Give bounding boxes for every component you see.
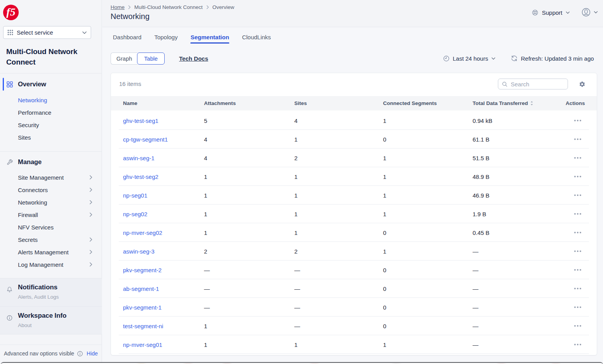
total-data-cell: — xyxy=(473,248,566,255)
table-row: ghv-test-seg15410.94 kB xyxy=(111,111,597,130)
connected-segments-cell: 0 xyxy=(383,304,473,311)
segment-name-link[interactable]: ghv-test-seg2 xyxy=(123,173,204,180)
segment-name-link[interactable]: ab-segment-1 xyxy=(123,285,204,292)
attachments-cell: 1 xyxy=(204,173,294,180)
hide-link[interactable]: Hide xyxy=(87,350,98,357)
breadcrumb-overview[interactable]: Overview xyxy=(213,4,234,10)
search-input[interactable] xyxy=(511,81,564,88)
row-actions-menu-icon[interactable] xyxy=(574,248,581,254)
row-actions-menu-icon[interactable] xyxy=(574,155,581,161)
tab-bar: DashboardTopologySegmentationCloudLinks xyxy=(113,34,271,44)
sites-cell: 1 xyxy=(294,229,383,236)
sidebar-section-manage[interactable]: Manage xyxy=(0,156,102,168)
attachments-cell: 1 xyxy=(204,211,294,217)
attachments-cell: 2 xyxy=(204,248,294,255)
actions-cell xyxy=(566,229,581,236)
sidebar-divider xyxy=(0,334,102,334)
row-actions-menu-icon[interactable] xyxy=(574,304,581,310)
row-actions-menu-icon[interactable] xyxy=(574,229,581,236)
tab-topology[interactable]: Topology xyxy=(154,34,178,44)
chevron-right-icon xyxy=(90,212,92,217)
sidebar-item-site-management[interactable]: Site Management xyxy=(0,171,102,184)
gear-icon[interactable] xyxy=(579,81,585,88)
segment-name-link[interactable]: aswin-seg-1 xyxy=(123,155,204,161)
row-actions-menu-icon[interactable] xyxy=(574,323,581,329)
breadcrumb: Home Multi-Cloud Network Connect Overvie… xyxy=(111,4,234,10)
sidebar-item-alerts-management[interactable]: Alerts Management xyxy=(0,246,102,258)
sidebar-shortcut-notifications[interactable]: NotificationsAlerts, Audit Logs xyxy=(0,278,102,306)
sidebar-item-networking[interactable]: Networking xyxy=(0,196,102,208)
svg-text:f5: f5 xyxy=(6,6,15,18)
support-menu[interactable]: Support xyxy=(532,9,570,16)
attachments-cell: — xyxy=(204,304,294,311)
table-row: cp-tgw-segment141061.1 B xyxy=(111,130,597,149)
total-data-cell: 0.45 B xyxy=(473,229,566,236)
row-actions-menu-icon[interactable] xyxy=(574,192,581,198)
total-data-cell: 0.94 kB xyxy=(473,117,566,124)
sidebar-item-nfv-services[interactable]: NFV Services xyxy=(0,221,102,233)
table-toggle-button[interactable]: Table xyxy=(137,52,165,65)
sidebar-item-secrets[interactable]: Secrets xyxy=(0,233,102,246)
workspace-title: Multi-Cloud Network Connect xyxy=(6,46,90,67)
sidebar-item-security[interactable]: Security xyxy=(0,119,102,131)
row-actions-menu-icon[interactable] xyxy=(574,211,581,217)
sites-cell: — xyxy=(294,304,383,311)
tech-docs-link[interactable]: Tech Docs xyxy=(179,55,208,62)
sidebar-item-sites[interactable]: Sites xyxy=(0,131,102,144)
attachments-cell: 1 xyxy=(204,341,294,348)
connected-segments-cell: 1 xyxy=(383,117,473,124)
refresh-button[interactable]: Refresh: Updated 3 min ago xyxy=(511,55,594,62)
wrench-icon xyxy=(7,159,13,165)
column-header-attachments[interactable]: Attachments xyxy=(204,100,294,106)
segment-name-link[interactable]: np-mver-seg01 xyxy=(123,341,204,348)
sidebar-section-overview[interactable]: Overview xyxy=(0,78,102,91)
total-data-cell: — xyxy=(473,323,566,329)
sidebar-item-firewall[interactable]: Firewall xyxy=(0,208,102,221)
tab-cloudlinks[interactable]: CloudLinks xyxy=(242,34,271,44)
sort-icon[interactable] xyxy=(530,101,533,106)
column-header-sites[interactable]: Sites xyxy=(294,100,383,106)
segment-name-link[interactable]: np-mver-seg02 xyxy=(123,229,204,236)
segment-name-link[interactable]: pkv-segment-1 xyxy=(123,304,204,311)
sidebar-shortcut-workspace-info[interactable]: Workspace InfoAbout xyxy=(0,306,102,334)
row-actions-menu-icon[interactable] xyxy=(574,341,581,348)
segment-name-link[interactable]: ghv-test-seg1 xyxy=(123,117,204,124)
row-actions-menu-icon[interactable] xyxy=(574,117,581,124)
segment-name-link[interactable]: aswin-seg-3 xyxy=(123,248,204,255)
sites-cell: 4 xyxy=(294,117,383,124)
sites-cell: 1 xyxy=(294,173,383,180)
chevron-down-icon xyxy=(82,31,87,34)
table-row: aswin-seg-142151.5 B xyxy=(111,149,597,167)
row-actions-menu-icon[interactable] xyxy=(574,136,581,142)
f5-logo[interactable]: f5 xyxy=(3,5,19,20)
row-actions-menu-icon[interactable] xyxy=(574,173,581,180)
segment-name-link[interactable]: cp-tgw-segment1 xyxy=(123,136,204,143)
tab-segmentation[interactable]: Segmentation xyxy=(190,34,229,44)
row-actions-menu-icon[interactable] xyxy=(574,267,581,273)
sidebar-item-networking[interactable]: Networking xyxy=(0,94,102,106)
time-range-dropdown[interactable]: Last 24 hours xyxy=(443,55,496,62)
graph-toggle-button[interactable]: Graph xyxy=(111,52,137,65)
segment-name-link[interactable]: np-seg02 xyxy=(123,211,204,217)
breadcrumb-service[interactable]: Multi-Cloud Network Connect xyxy=(134,4,203,10)
segment-name-link[interactable]: pkv-segment-2 xyxy=(123,267,204,273)
chevron-right-icon xyxy=(90,200,92,205)
tab-dashboard[interactable]: Dashboard xyxy=(113,34,141,44)
row-actions-menu-icon[interactable] xyxy=(574,285,581,292)
column-header-total-data[interactable]: Total Data Transferred xyxy=(473,100,566,106)
chevron-down-icon xyxy=(566,11,570,14)
user-menu[interactable] xyxy=(581,7,598,17)
sidebar-item-performance[interactable]: Performance xyxy=(0,106,102,119)
breadcrumb-home[interactable]: Home xyxy=(111,4,125,10)
actions-cell xyxy=(566,304,581,310)
column-header-name[interactable]: Name xyxy=(123,100,204,106)
sidebar-item-connectors[interactable]: Connectors xyxy=(0,184,102,196)
select-service-dropdown[interactable]: Select service xyxy=(3,26,91,39)
segment-name-link[interactable]: test-segment-ni xyxy=(123,323,204,329)
segment-name-link[interactable]: np-seg01 xyxy=(123,192,204,199)
actions-cell xyxy=(566,136,581,142)
column-header-connected-segments[interactable]: Connected Segments xyxy=(383,100,473,106)
sidebar-item-log-management[interactable]: Log Management xyxy=(0,258,102,271)
info-circle-icon xyxy=(7,315,12,321)
sidebar-divider xyxy=(0,73,102,74)
